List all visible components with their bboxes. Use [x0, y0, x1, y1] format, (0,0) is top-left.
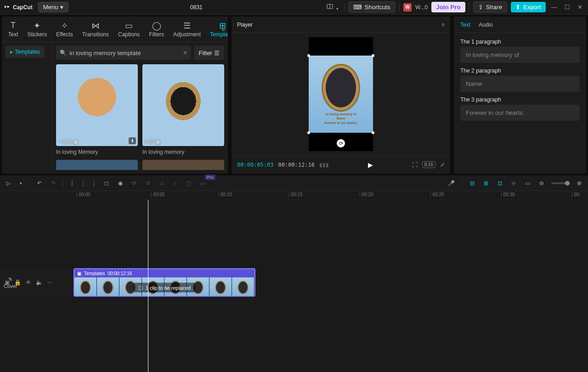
scissors-icon: ✂	[144, 139, 148, 144]
paragraph-2-input[interactable]	[460, 76, 580, 92]
aspect-ratio-badge[interactable]: 9:16	[422, 161, 435, 168]
player-menu-button[interactable]: ≡	[441, 22, 445, 28]
selection-handle[interactable]	[307, 54, 310, 57]
join-pro-button[interactable]: Join Pro	[431, 2, 465, 12]
clip-type: Templates	[84, 271, 105, 276]
clip-duration: 00:00:12:16	[108, 271, 132, 276]
minimize-button[interactable]: —	[549, 2, 559, 12]
eye-icon[interactable]: 👁	[26, 279, 31, 286]
mute-icon[interactable]: 🔈	[36, 279, 43, 286]
template-thumbnail	[56, 160, 138, 170]
export-icon: ⬆	[515, 4, 520, 11]
tab-effects[interactable]: ✧Effects	[51, 19, 77, 39]
tab-text[interactable]: TText	[4, 19, 23, 39]
playhead[interactable]	[148, 200, 148, 372]
field-label: The 3 paragraph	[460, 96, 580, 103]
pointer-tool[interactable]: ▷	[5, 178, 12, 188]
zoom-in-button[interactable]: ⊕	[575, 178, 583, 188]
media-side-nav: ▸ Templates	[2, 42, 52, 174]
fullscreen-icon[interactable]: ⤢	[440, 162, 445, 168]
pro-feature-button[interactable]: ▭Pro	[198, 178, 207, 188]
mic-button[interactable]: 🎤	[446, 178, 457, 188]
redo-button[interactable]: ↷	[49, 178, 57, 188]
search-input[interactable]	[67, 50, 183, 56]
tab-transitions[interactable]: ⋈Transitions	[78, 19, 113, 39]
template-frame	[323, 65, 359, 110]
player-stage[interactable]: In loving memory of Name Forever in our …	[232, 33, 450, 155]
template-card[interactable]	[56, 160, 138, 170]
ruler-tick: 00:25	[430, 192, 444, 197]
undo-button[interactable]: ↶	[35, 178, 44, 188]
timeline-tracks[interactable]: ▣ 🔒 👁 🔈 ⋯ ✎ Cover ▣ Templates 00:00:12:1…	[0, 200, 588, 372]
track-menu-icon[interactable]: ▣	[5, 279, 10, 286]
link-tool[interactable]: ⟐	[172, 178, 179, 188]
template-card[interactable]: ✂ 27 ▦ In loving memory	[142, 64, 224, 155]
template-icon: ▣	[77, 271, 81, 276]
search-box[interactable]: 🔍 ✕	[56, 46, 191, 60]
player-canvas[interactable]: In loving memory of Name Forever in our …	[309, 56, 373, 133]
reverse-tool[interactable]: ↺	[144, 178, 152, 188]
layout-toggle-button[interactable]: ▾	[324, 1, 340, 13]
replace-clip-button[interactable]: ⟳	[337, 139, 345, 147]
selection-handle[interactable]	[372, 54, 374, 57]
ruler-tick: 00:00	[76, 192, 90, 197]
project-title: 0831	[68, 4, 324, 11]
inspector-tab-text[interactable]: Text	[460, 22, 470, 28]
snap-toggle[interactable]: ⊟	[468, 178, 476, 188]
crop-tool[interactable]: ◻	[102, 178, 111, 188]
template-text: In loving memory of Name Forever in our …	[324, 112, 357, 124]
frame-tool[interactable]: ▢	[184, 178, 193, 188]
split-tool[interactable]: ∥	[69, 178, 75, 188]
player-title: Player	[237, 22, 253, 28]
collapse-panel-button[interactable]: «	[221, 26, 225, 33]
user-avatar[interactable]: W	[403, 3, 412, 11]
selection-handle[interactable]	[372, 131, 374, 134]
align-tool[interactable]: ⊹	[509, 178, 518, 188]
clip-replace-overlay[interactable]: ▢ 1 clip to be replaced	[134, 283, 195, 293]
zoom-out-button[interactable]: ⊖	[537, 178, 546, 188]
zoom-slider[interactable]	[551, 182, 570, 184]
side-nav-templates[interactable]: ▸ Templates	[6, 46, 45, 58]
tab-adjustment[interactable]: ☰Adjustment	[169, 19, 205, 39]
close-button[interactable]: ✕	[576, 2, 584, 12]
magnet-toggle[interactable]: ⊞	[482, 178, 490, 188]
mask-tool[interactable]: ◉	[116, 178, 124, 188]
chevron-down-icon[interactable]: ▾	[18, 179, 24, 187]
filter-button[interactable]: Filter ☰	[194, 46, 224, 60]
template-label: In loving Memory	[56, 149, 138, 155]
more-icon[interactable]: ⋯	[47, 279, 53, 286]
shortcuts-button[interactable]: ⌨ Shortcuts	[348, 1, 396, 13]
text-icon: T	[11, 21, 16, 30]
tab-captions[interactable]: ▭Captions	[113, 19, 144, 39]
share-button[interactable]: ⇪ Share	[473, 1, 508, 13]
export-button[interactable]: ⬆ Export	[511, 2, 546, 12]
clear-search-button[interactable]: ✕	[183, 50, 187, 56]
trim-left-tool[interactable]: [	[81, 178, 86, 188]
ruler-tick: 00:10	[218, 192, 232, 197]
app-logo: CapCut	[4, 4, 33, 11]
effects-icon: ✧	[61, 21, 68, 30]
template-card[interactable]: ✂ 8.7K ▦ ⬇ In loving Memory	[56, 64, 138, 155]
trim-right-tool[interactable]: ]	[91, 178, 96, 188]
warning-icon[interactable]: ⚠	[158, 178, 166, 188]
tab-stickers[interactable]: ✦Stickers	[23, 19, 52, 39]
filters-icon: ◯	[152, 21, 161, 30]
preview-tool[interactable]: ▭	[523, 178, 532, 188]
selection-handle[interactable]	[307, 131, 310, 134]
template-card[interactable]	[142, 160, 224, 170]
play-button[interactable]: ▶	[368, 161, 373, 169]
download-icon[interactable]: ⬇	[129, 137, 136, 144]
time-total: 00:00:12:16	[278, 162, 314, 168]
lock-icon[interactable]: 🔒	[14, 279, 21, 286]
paragraph-1-input[interactable]	[460, 47, 580, 63]
maximize-button[interactable]: ☐	[563, 2, 572, 12]
timeline-clip[interactable]: ▣ Templates 00:00:12:16 ▢ 1 clip to be r…	[74, 268, 255, 297]
tab-filters[interactable]: ◯Filters	[144, 19, 169, 39]
menu-button[interactable]: Menu ▾	[38, 2, 68, 12]
timeline-ruler[interactable]: 00:00 00:05 00:10 00:15 00:20 00:25 00:3…	[74, 191, 588, 200]
paragraph-3-input[interactable]	[460, 105, 580, 121]
scale-fit-icon[interactable]: ⛶	[412, 162, 418, 168]
speed-tool[interactable]: ⟳	[130, 178, 138, 188]
link-toggle[interactable]: ⊡	[496, 178, 504, 188]
inspector-tab-audio[interactable]: Audio	[479, 22, 493, 28]
